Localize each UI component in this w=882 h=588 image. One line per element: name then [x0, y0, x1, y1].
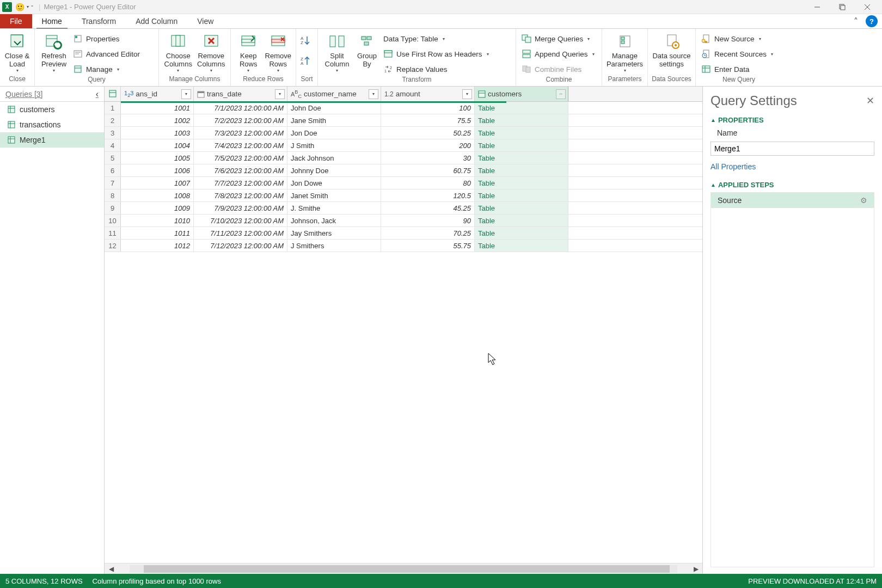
first-row-headers-button[interactable]: Use First Row as Headers▾	[383, 47, 492, 60]
svg-point-47	[675, 44, 677, 46]
table-row[interactable]: 1010107/10/2023 12:00:00 AMJohnson, Jack…	[105, 215, 702, 227]
svg-rect-33	[384, 51, 392, 53]
help-icon[interactable]: ?	[866, 15, 878, 27]
ribbon-tabs: File Home Transform Add Column View ˄ ?	[0, 14, 882, 29]
queries-item[interactable]: transactions	[0, 117, 104, 132]
group-manage-columns-label: Manage Columns	[159, 75, 230, 86]
manage-parameters-button[interactable]: Manage Parameters▾	[605, 31, 644, 73]
enter-data-button[interactable]: Enter Data	[701, 63, 776, 76]
merge-queries-button[interactable]: Merge Queries▾	[522, 32, 598, 45]
close-settings-icon[interactable]: ✕	[866, 95, 874, 107]
keep-rows-button[interactable]: Keep Rows▾	[234, 31, 263, 73]
horizontal-scrollbar[interactable]: ◀ ▶	[105, 563, 702, 574]
title-bar: X 🙂 ▾ ⁼ | Merge1 - Power Query Editor	[0, 0, 882, 14]
table-row[interactable]: 1210127/12/2023 12:00:00 AMJ Smithers55.…	[105, 240, 702, 252]
close-load-button[interactable]: Close & Load▾	[3, 31, 31, 73]
table-row[interactable]: 610067/6/2023 12:00:00 AMJohnny Doe60.75…	[105, 164, 702, 177]
svg-rect-14	[75, 66, 81, 72]
query-name-input[interactable]	[710, 142, 874, 156]
refresh-preview-button[interactable]: Refresh Preview▾	[38, 31, 70, 73]
svg-rect-61	[8, 137, 15, 143]
table-row[interactable]: 210027/2/2023 12:00:00 AMJane Smith75.5T…	[105, 114, 702, 127]
step-source[interactable]: Source ⚙	[711, 193, 874, 208]
split-column-button[interactable]: Split Column▾	[321, 31, 353, 73]
minimize-button[interactable]	[805, 0, 830, 14]
svg-text:1: 1	[384, 69, 387, 73]
collapse-queries-icon[interactable]: ‹	[96, 89, 99, 99]
applied-steps-header: APPLIED STEPS	[718, 181, 774, 189]
table-row[interactable]: 110017/1/2023 12:00:00 AMJohn Doe100Tabl…	[105, 102, 702, 114]
svg-rect-17	[176, 35, 180, 46]
sort-asc-button[interactable]: AZ	[299, 31, 311, 50]
qat-dropdown-icon[interactable]: ▾	[27, 4, 29, 9]
advanced-editor-button[interactable]: Advanced Editor	[73, 47, 143, 60]
column-header-customers[interactable]: customers↔	[475, 87, 568, 101]
emoji-icon[interactable]: 🙂	[15, 3, 24, 11]
table-row[interactable]: 910097/9/2023 12:00:00 AMJ. Smithe45.25T…	[105, 202, 702, 215]
svg-rect-30	[367, 36, 371, 40]
svg-text:Z: Z	[301, 40, 303, 45]
replace-values-button[interactable]: 12Replace Values	[383, 63, 492, 76]
gear-icon[interactable]: ⚙	[860, 196, 867, 205]
sort-desc-button[interactable]: ZA	[299, 52, 311, 70]
name-label: Name	[717, 128, 874, 137]
svg-rect-39	[523, 54, 530, 58]
maximize-button[interactable]	[830, 0, 855, 14]
column-header-customer-name[interactable]: ABCcustomer_name▾	[287, 87, 381, 101]
all-properties-link[interactable]: All Properties	[710, 162, 874, 171]
manage-button[interactable]: Manage▾	[73, 63, 143, 76]
table-row[interactable]: 410047/4/2023 12:00:00 AMJ Smith200Table	[105, 139, 702, 152]
filter-icon[interactable]: ▾	[462, 89, 472, 99]
expand-icon[interactable]: ↔	[556, 89, 566, 99]
table-row[interactable]: 510057/5/2023 12:00:00 AMJack Johnson30T…	[105, 152, 702, 164]
queries-item[interactable]: Merge1	[0, 132, 104, 148]
filter-icon[interactable]: ▾	[181, 89, 191, 99]
combine-files-button: Combine Files	[522, 63, 598, 76]
window-title: Merge1 - Power Query Editor	[44, 3, 136, 11]
tab-add-column[interactable]: Add Column	[126, 14, 187, 28]
table-row[interactable]: 1110117/11/2023 12:00:00 AMJay Smithers7…	[105, 227, 702, 240]
data-type-dropdown[interactable]: Data Type: Table▾	[383, 32, 492, 45]
svg-rect-43	[621, 37, 624, 40]
column-header-ans-id[interactable]: 123ans_id▾	[121, 87, 194, 101]
choose-columns-button[interactable]: Choose Columns▾	[162, 31, 194, 73]
queries-item[interactable]: customers	[0, 102, 104, 117]
tab-home[interactable]: Home	[32, 14, 72, 28]
row-num-header	[105, 87, 121, 101]
append-queries-button[interactable]: Append Queries▾	[522, 47, 598, 60]
query-settings-pane: Query Settings ✕ ▲PROPERTIES Name All Pr…	[702, 87, 882, 574]
close-window-button[interactable]	[855, 0, 880, 14]
data-source-settings-button[interactable]: Data source settings	[651, 31, 692, 68]
svg-rect-52	[702, 66, 710, 72]
remove-rows-button[interactable]: Remove Rows▾	[264, 31, 293, 73]
qat-overflow-icon[interactable]: ⁼	[31, 4, 33, 9]
status-cols-rows: 5 COLUMNS, 12 ROWS	[5, 577, 83, 585]
group-combine-label: Combine	[516, 76, 602, 86]
svg-rect-44	[621, 41, 624, 44]
filter-icon[interactable]: ▾	[275, 89, 285, 99]
column-header-amount[interactable]: 1.2amount▾	[381, 87, 475, 101]
query-settings-title: Query Settings	[710, 93, 797, 108]
group-by-button[interactable]: Group By	[354, 31, 380, 68]
excel-icon: X	[2, 2, 12, 12]
svg-rect-27	[330, 36, 335, 47]
remove-columns-button[interactable]: Remove Columns▾	[195, 31, 228, 73]
scroll-right-icon[interactable]: ▶	[689, 565, 702, 573]
filter-icon[interactable]: ▾	[369, 89, 378, 99]
column-header-trans-date[interactable]: trans_date▾	[194, 87, 287, 101]
tab-transform[interactable]: Transform	[72, 14, 126, 28]
table-row[interactable]: 310037/3/2023 12:00:00 AMJon Doe50.25Tab…	[105, 127, 702, 139]
table-row[interactable]: 810087/8/2023 12:00:00 AMJanet Smith120.…	[105, 189, 702, 202]
tab-file[interactable]: File	[0, 14, 32, 28]
collapse-ribbon-icon[interactable]: ˄	[848, 14, 863, 28]
table-row[interactable]: 710077/7/2023 12:00:00 AMJon Dowe80Table	[105, 177, 702, 189]
group-reduce-rows-label: Reduce Rows	[231, 75, 296, 86]
new-source-button[interactable]: New Source▾	[701, 32, 776, 45]
status-profiling: Column profiling based on top 1000 rows	[93, 577, 221, 585]
scroll-left-icon[interactable]: ◀	[105, 565, 118, 573]
svg-rect-5	[11, 35, 23, 47]
recent-sources-button[interactable]: Recent Sources▾	[701, 47, 776, 60]
properties-button[interactable]: Properties	[73, 32, 143, 45]
tab-view[interactable]: View	[187, 14, 223, 28]
svg-text:A: A	[301, 61, 304, 66]
